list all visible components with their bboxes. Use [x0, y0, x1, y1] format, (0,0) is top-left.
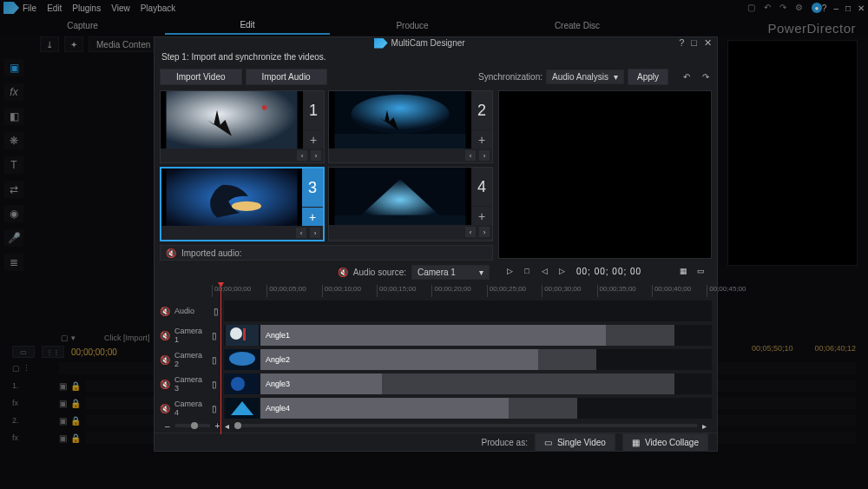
svg-point-13: [230, 327, 242, 340]
imported-audio-row: 🔇 Imported audio:: [160, 245, 493, 261]
camera-1-next-icon[interactable]: ›: [311, 150, 321, 161]
camera-4-next-icon[interactable]: ›: [479, 227, 490, 237]
track-audio-lock-icon[interactable]: ▯: [212, 307, 220, 316]
zoom-slider-thumb[interactable]: [191, 422, 198, 429]
prev-frame-icon[interactable]: ◁: [538, 265, 550, 277]
video-collage-icon: ▦: [632, 438, 640, 447]
speaker-off-icon[interactable]: 🔇: [338, 268, 348, 277]
snapshot-icon[interactable]: ▭: [694, 265, 707, 277]
camera-grid-column: 1 + ‹› 2+ ‹›: [160, 90, 493, 280]
camera-tile-3[interactable]: 3+ ‹›: [160, 167, 325, 241]
single-video-icon: ▭: [544, 438, 552, 447]
camera-tile-4[interactable]: 4+ ‹›: [328, 167, 493, 241]
track-cam3-label: Camera 3: [174, 375, 208, 393]
ruler-tick: 00;00;30;00: [542, 285, 581, 297]
modal-history: ↶ ↷: [681, 72, 712, 82]
clip-angle2-label: Angle2: [266, 355, 290, 364]
next-frame-icon[interactable]: ▷: [556, 265, 568, 277]
track-cam2-lock-icon[interactable]: ▯: [212, 355, 220, 365]
chevron-down-icon: ▾: [479, 268, 483, 277]
camera-2-thumb: [329, 91, 471, 149]
speaker-icon[interactable]: 🔇: [160, 331, 170, 340]
speaker-icon[interactable]: 🔇: [160, 380, 170, 389]
svg-point-18: [231, 377, 245, 391]
camera-2-next-icon[interactable]: ›: [479, 150, 490, 161]
clip-thumb: [226, 325, 259, 346]
track-audio-lane[interactable]: [224, 301, 712, 321]
track-cam2-lane[interactable]: Angle2: [224, 349, 712, 370]
ruler-tick: 00;00;25;00: [487, 285, 526, 297]
apply-button[interactable]: Apply: [628, 69, 668, 85]
speaker-icon[interactable]: 🔇: [160, 355, 170, 365]
camera-1-add-button[interactable]: +: [303, 129, 324, 149]
zoom-in-icon[interactable]: +: [215, 421, 220, 431]
clip-thumb: [226, 398, 259, 419]
import-audio-button[interactable]: Import Audio: [246, 69, 327, 85]
camera-tile-2[interactable]: 2+ ‹›: [328, 90, 493, 163]
track-cam2-label: Camera 2: [174, 351, 208, 368]
camera-3-thumb: [161, 169, 302, 226]
camera-3-next-icon[interactable]: ›: [310, 228, 320, 238]
play-icon[interactable]: ▷: [503, 265, 516, 277]
stop-icon[interactable]: □: [521, 265, 533, 277]
scroll-left-icon[interactable]: ◂: [225, 421, 229, 431]
audio-source-select[interactable]: Camera 1 ▾: [411, 265, 490, 280]
track-audio-label: Audio: [174, 307, 194, 315]
sync-method-value: Audio Analysis: [552, 72, 608, 82]
clip-angle3-label: Angle3: [266, 380, 290, 388]
single-video-button[interactable]: ▭ Single Video: [535, 433, 615, 452]
speaker-icon[interactable]: 🔇: [160, 307, 170, 316]
sync-method-select[interactable]: Audio Analysis ▾: [546, 69, 624, 84]
zoom-out-icon[interactable]: –: [165, 421, 170, 431]
marker-icon[interactable]: ▦: [677, 265, 689, 277]
speaker-icon[interactable]: 🔇: [160, 404, 170, 413]
track-cam3-lane[interactable]: Angle3: [224, 373, 712, 394]
camera-2-prev-icon[interactable]: ‹: [465, 150, 476, 161]
imported-audio-label: Imported audio:: [181, 248, 242, 258]
modal-maximize-icon[interactable]: □: [691, 37, 697, 49]
track-cam1-lane[interactable]: Angle1: [224, 325, 712, 346]
camera-3-prev-icon[interactable]: ‹: [296, 228, 306, 238]
track-cam1-label: Camera 1: [174, 327, 208, 344]
track-camera-2: 🔇Camera 2 ▯ Angle2: [160, 347, 712, 372]
camera-1-prev-icon[interactable]: ‹: [297, 150, 307, 161]
ruler-tick: 00;00;20;00: [431, 285, 470, 297]
camera-4-add-button[interactable]: +: [471, 206, 492, 225]
camera-4-prev-icon[interactable]: ‹: [465, 227, 476, 237]
camera-1-thumb: [161, 91, 303, 149]
ruler-tick: 00;00;45;00: [707, 285, 746, 297]
speaker-icon[interactable]: 🔇: [166, 248, 176, 258]
timeline-scrollbar-thumb[interactable]: [234, 422, 241, 429]
svg-point-8: [232, 202, 261, 211]
camera-1-number: 1: [303, 91, 324, 129]
modal-redo-icon[interactable]: ↷: [700, 72, 712, 82]
modal-help-icon[interactable]: ?: [679, 37, 684, 49]
track-camera-3: 🔇Camera 3 ▯ Angle3: [160, 372, 712, 396]
video-collage-button[interactable]: ▦ Video Collage: [622, 433, 708, 452]
preview-viewport: [498, 90, 712, 259]
scroll-right-icon[interactable]: ▸: [702, 421, 707, 431]
preview-column: ▷ □ ◁ ▷ 00; 00; 00; 00 ▦ ▭: [498, 90, 712, 280]
svg-point-2: [262, 105, 267, 110]
import-video-button[interactable]: Import Video: [160, 69, 242, 85]
camera-2-add-button[interactable]: +: [471, 129, 492, 149]
clip-angle4-label: Angle4: [266, 404, 290, 413]
modal-footer: Produce as: ▭ Single Video ▦ Video Colla…: [155, 433, 717, 452]
transport-bar: ▷ □ ◁ ▷ 00; 00; 00; 00 ▦ ▭: [498, 262, 712, 280]
video-collage-label: Video Collage: [645, 438, 699, 447]
svg-point-4: [351, 95, 449, 134]
ruler-tick: 00;00;10;00: [322, 285, 361, 297]
track-cam3-lock-icon[interactable]: ▯: [212, 380, 220, 389]
modal-undo-icon[interactable]: ↶: [681, 72, 693, 82]
audio-source-value: Camera 1: [418, 268, 456, 277]
camera-3-add-button[interactable]: +: [302, 207, 323, 226]
modal-close-icon[interactable]: ✕: [704, 37, 712, 49]
camera-tile-1[interactable]: 1 + ‹›: [160, 90, 325, 163]
playhead[interactable]: [220, 285, 221, 434]
timeline-zoom-slider: – + ◂ ▸: [160, 420, 712, 431]
track-cam4-lock-icon[interactable]: ▯: [212, 404, 220, 413]
timeline-ruler[interactable]: 00;00;00;00 00;00;05;00 00;00;10;00 00;0…: [212, 285, 712, 297]
track-cam1-lock-icon[interactable]: ▯: [212, 331, 220, 340]
timeline-scrollbar[interactable]: [234, 424, 697, 427]
track-cam4-lane[interactable]: Angle4: [224, 398, 712, 419]
